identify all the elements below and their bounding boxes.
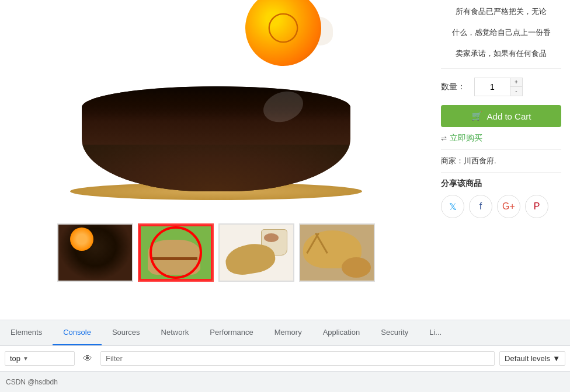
divider-3 <box>441 172 561 173</box>
cart-icon: 🛒 <box>471 111 482 121</box>
quantity-label: 数量： <box>441 82 465 92</box>
status-text: CSDN @hsdbdh <box>6 378 58 386</box>
levels-selector[interactable]: Default levels ▼ <box>499 351 565 366</box>
thumb4-bg <box>300 225 374 281</box>
selection-circle <box>150 226 202 279</box>
tab-performance[interactable]: Performance <box>199 320 263 345</box>
levels-arrow: ▼ <box>552 354 560 363</box>
quantity-up-button[interactable]: + <box>510 78 522 87</box>
tab-application[interactable]: Application <box>312 320 371 345</box>
cake-orange <box>245 0 321 66</box>
transfer-icon: ⇌ <box>441 134 447 142</box>
tab-elements[interactable]: Elements <box>0 320 53 345</box>
buy-now-row: ⇌ 立即购买 <box>441 133 561 144</box>
thumbnail-row <box>57 219 375 286</box>
product-description-2: 什么，感觉给自己点上一份香 <box>441 27 561 39</box>
eye-icon[interactable]: 👁 <box>79 351 96 367</box>
context-label: top <box>10 354 20 363</box>
orange-slice <box>237 0 329 74</box>
quantity-input[interactable] <box>475 78 510 96</box>
context-selector[interactable]: top ▼ <box>5 351 75 366</box>
share-buttons: 𝕏 f G+ P <box>441 195 561 218</box>
small-item <box>264 233 279 242</box>
quantity-row: 数量： + - <box>441 78 561 96</box>
small-bread <box>342 257 371 278</box>
cake-crumble <box>82 145 350 191</box>
filter-input[interactable] <box>100 351 495 366</box>
share-twitter-button[interactable]: 𝕏 <box>441 195 464 218</box>
add-to-cart-button[interactable]: 🛒 Add to Cart <box>441 105 561 127</box>
thumb2-bg <box>139 225 213 281</box>
tab-memory[interactable]: Memory <box>264 320 312 345</box>
share-pinterest-button[interactable]: P <box>525 195 548 218</box>
thumb1-bg <box>58 225 132 281</box>
thumbnail-1[interactable] <box>57 223 133 282</box>
tab-sources[interactable]: Sources <box>102 320 151 345</box>
status-bar: CSDN @hsdbdh <box>0 371 570 392</box>
product-image-section <box>0 0 432 303</box>
tab-security[interactable]: Security <box>370 320 419 345</box>
quantity-control: + - <box>474 78 523 96</box>
tab-network[interactable]: Network <box>151 320 200 345</box>
thumb3-bg <box>220 225 293 281</box>
main-product-image <box>3 0 429 213</box>
cake-image <box>64 13 368 200</box>
share-title: 分享该商品 <box>441 178 561 189</box>
share-facebook-button[interactable]: f <box>469 195 492 218</box>
product-info-section: 所有食品已严格把关，无论 什么，感觉给自己点上一份香 卖家承诺，如果有任何食品 … <box>432 0 570 303</box>
tab-console[interactable]: Console <box>53 320 102 345</box>
quantity-down-button[interactable]: - <box>510 87 522 96</box>
add-to-cart-label: Add to Cart <box>487 111 531 121</box>
orange-segments <box>242 0 324 68</box>
divider-2 <box>441 149 561 150</box>
thumbnail-3[interactable] <box>218 223 294 282</box>
divider-1 <box>441 68 561 69</box>
thumbnail-2[interactable] <box>138 223 214 282</box>
quantity-buttons: + - <box>510 78 522 96</box>
thumb1-orange <box>70 228 93 251</box>
tab-lighthouse[interactable]: Li... <box>419 320 452 345</box>
context-arrow: ▼ <box>23 355 29 362</box>
merchant-info: 商家：川西食府. <box>441 156 561 166</box>
product-description-3: 卖家承诺，如果有任何食品 <box>441 48 561 60</box>
product-description-1: 所有食品已严格把关，无论 <box>441 6 561 18</box>
cake-glaze <box>82 86 350 121</box>
devtools-tabbar: Elements Console Sources Network Perform… <box>0 320 570 345</box>
cake-body <box>82 86 350 191</box>
levels-label: Default levels <box>505 354 550 363</box>
console-toolbar: top ▼ 👁 Default levels ▼ <box>0 345 570 371</box>
buy-now-link[interactable]: 立即购买 <box>450 133 482 144</box>
share-gplus-button[interactable]: G+ <box>497 195 520 218</box>
thumbnail-4[interactable] <box>299 223 375 282</box>
